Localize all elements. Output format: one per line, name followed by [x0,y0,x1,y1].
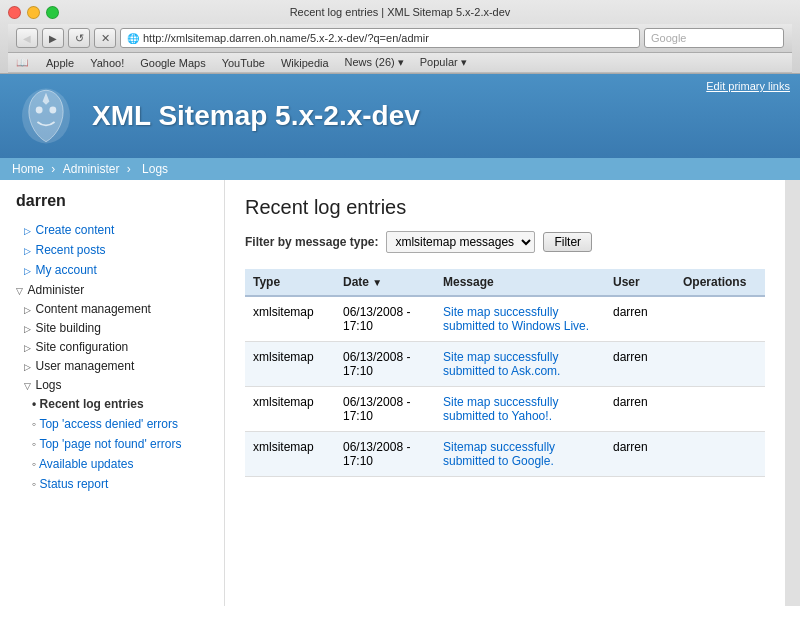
sidebar-create-content[interactable]: Create content [0,220,224,240]
col-header-type: Type [245,269,335,296]
row3-user: darren [605,387,675,432]
sidebar-username: darren [0,192,224,220]
row3-date: 06/13/2008 - 17:10 [335,387,435,432]
table-body: xmlsitemap 06/13/2008 - 17:10 Site map s… [245,296,765,477]
minimize-button[interactable] [27,6,40,19]
search-bar[interactable]: Google [644,28,784,48]
bookmark-yahoo[interactable]: Yahoo! [90,57,124,69]
row2-type: xmlsitemap [245,342,335,387]
row1-message: Site map successfully submitted to Windo… [435,296,605,342]
sidebar-site-configuration[interactable]: Site configuration [0,337,224,356]
breadcrumb: Home › Administer › Logs [0,158,800,180]
sidebar-user-management[interactable]: User management [0,356,224,375]
bookmarks-icon: 📖 [16,57,28,68]
bookmark-news[interactable]: News (26) ▾ [345,56,404,69]
window-chrome: Recent log entries | XML Sitemap 5.x-2.x… [0,0,800,74]
filter-button[interactable]: Filter [543,232,592,252]
col-header-user: User [605,269,675,296]
main-content: Recent log entries Filter by message typ… [225,180,785,606]
window-buttons[interactable] [8,6,59,19]
row1-date: 06/13/2008 - 17:10 [335,296,435,342]
row3-message-link[interactable]: Site map successfully submitted to Yahoo… [443,395,558,423]
col-header-operations: Operations [675,269,765,296]
page-wrapper: Edit primary links XML Sitemap 5.x-2.x-d… [0,74,800,606]
table-row: xmlsitemap 06/13/2008 - 17:10 Site map s… [245,296,765,342]
back-button[interactable]: ◀ [16,28,38,48]
sidebar-status-report[interactable]: Status report [0,474,224,494]
row1-user: darren [605,296,675,342]
log-table: Type Date ▼ Message User Operations xmls… [245,269,765,477]
table-row: xmlsitemap 06/13/2008 - 17:10 Site map s… [245,387,765,432]
breadcrumb-home[interactable]: Home [12,162,44,176]
sidebar-logs[interactable]: Logs [0,375,224,394]
row2-message: Site map successfully submitted to Ask.c… [435,342,605,387]
breadcrumb-current: Logs [142,162,168,176]
bookmark-googlemaps[interactable]: Google Maps [140,57,205,69]
sidebar-available-updates[interactable]: Available updates [0,454,224,474]
table-row: xmlsitemap 06/13/2008 - 17:10 Sitemap su… [245,432,765,477]
date-sort-arrow[interactable]: ▼ [372,277,382,288]
svg-point-2 [49,107,56,114]
address-text: http://xmlsitemap.darren.oh.name/5.x-2.x… [143,32,633,44]
toolbar: ◀ ▶ ↺ ✕ 🌐 http://xmlsitemap.darren.oh.na… [8,24,792,53]
close-button[interactable] [8,6,21,19]
row2-message-link[interactable]: Site map successfully submitted to Ask.c… [443,350,560,378]
filter-select[interactable]: xmlsitemap messages [386,231,535,253]
sidebar-access-denied[interactable]: Top 'access denied' errors [0,414,224,434]
site-title: XML Sitemap 5.x-2.x-dev [92,100,420,132]
table-header: Type Date ▼ Message User Operations [245,269,765,296]
edit-primary-links[interactable]: Edit primary links [706,80,790,92]
row3-type: xmlsitemap [245,387,335,432]
sidebar: darren Create content Recent posts My ac… [0,180,225,606]
row1-operations [675,296,765,342]
drupal-logo [16,86,76,146]
row3-operations [675,387,765,432]
address-icon: 🌐 [127,33,139,44]
search-placeholder: Google [651,32,686,44]
row1-message-link[interactable]: Site map successfully submitted to Windo… [443,305,589,333]
address-bar[interactable]: 🌐 http://xmlsitemap.darren.oh.name/5.x-2… [120,28,640,48]
row4-operations [675,432,765,477]
row3-message: Site map successfully submitted to Yahoo… [435,387,605,432]
bookmark-youtube[interactable]: YouTube [222,57,265,69]
bookmark-popular[interactable]: Popular ▾ [420,56,467,69]
row4-message-link[interactable]: Sitemap successfully submitted to Google… [443,440,555,468]
bookmark-apple[interactable]: Apple [46,57,74,69]
row2-date: 06/13/2008 - 17:10 [335,342,435,387]
breadcrumb-administer[interactable]: Administer [63,162,120,176]
row4-user: darren [605,432,675,477]
maximize-button[interactable] [46,6,59,19]
row2-user: darren [605,342,675,387]
forward-button[interactable]: ▶ [42,28,64,48]
sidebar-content-management[interactable]: Content management [0,299,224,318]
refresh-button[interactable]: ↺ [68,28,90,48]
filter-label: Filter by message type: [245,235,378,249]
sidebar-administer[interactable]: Administer [0,280,224,299]
scrollbar[interactable] [785,180,800,606]
sidebar-recent-log-entries[interactable]: Recent log entries [0,394,224,414]
row1-type: xmlsitemap [245,296,335,342]
sidebar-recent-posts[interactable]: Recent posts [0,240,224,260]
stop-button[interactable]: ✕ [94,28,116,48]
col-header-date: Date ▼ [335,269,435,296]
content-area: darren Create content Recent posts My ac… [0,180,800,606]
row4-date: 06/13/2008 - 17:10 [335,432,435,477]
window-title: Recent log entries | XML Sitemap 5.x-2.x… [290,6,511,18]
page-heading: Recent log entries [245,196,765,219]
svg-point-1 [36,107,43,114]
bookmark-wikipedia[interactable]: Wikipedia [281,57,329,69]
row4-message: Sitemap successfully submitted to Google… [435,432,605,477]
title-bar: Recent log entries | XML Sitemap 5.x-2.x… [8,6,792,24]
row2-operations [675,342,765,387]
sidebar-page-not-found[interactable]: Top 'page not found' errors [0,434,224,454]
filter-row: Filter by message type: xmlsitemap messa… [245,231,765,253]
sidebar-site-building[interactable]: Site building [0,318,224,337]
col-header-message: Message [435,269,605,296]
header-inner: XML Sitemap 5.x-2.x-dev [0,74,800,158]
table-row: xmlsitemap 06/13/2008 - 17:10 Site map s… [245,342,765,387]
site-header: Edit primary links XML Sitemap 5.x-2.x-d… [0,74,800,158]
row4-type: xmlsitemap [245,432,335,477]
sidebar-my-account[interactable]: My account [0,260,224,280]
bookmarks-bar: 📖 Apple Yahoo! Google Maps YouTube Wikip… [8,53,792,73]
